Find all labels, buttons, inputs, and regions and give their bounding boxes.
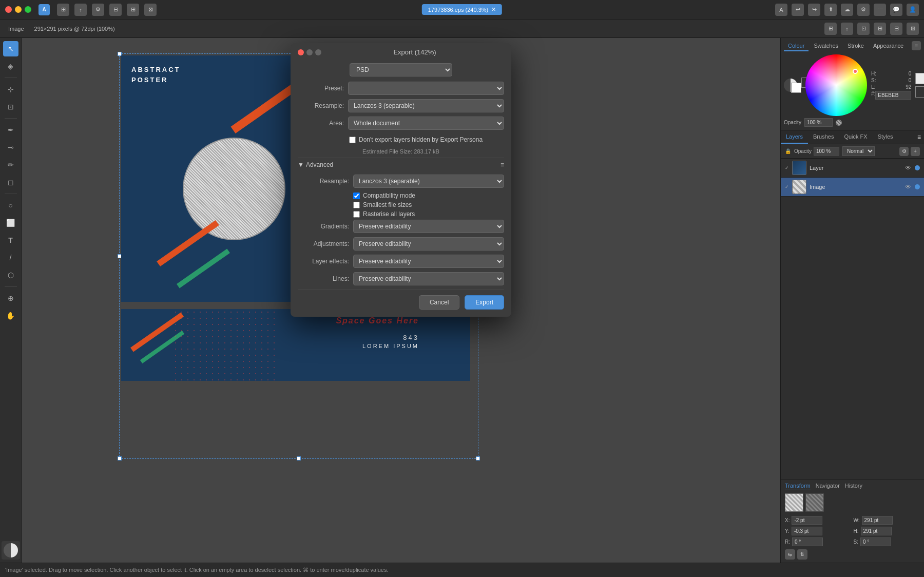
dialog-min[interactable]	[306, 49, 313, 55]
erase-tool[interactable]: ◻	[3, 175, 18, 190]
hash-row: #:	[871, 91, 911, 100]
redo-icon[interactable]: ↪	[808, 4, 820, 16]
layer-visibility-1[interactable]: 👁	[904, 164, 912, 171]
y-input[interactable]	[792, 527, 822, 535]
hex-input[interactable]	[875, 91, 911, 100]
handle-bl[interactable]	[118, 456, 122, 460]
persona-icon[interactable]: 👤	[907, 4, 919, 16]
minimize-button[interactable]	[15, 6, 22, 13]
no-color-swatch[interactable]	[836, 120, 842, 126]
arrange-icon[interactable]: ⊠	[144, 4, 157, 16]
advanced-header[interactable]: ▼ Advanced ≡	[298, 158, 504, 171]
toolbar-icon-2[interactable]: ↑	[841, 23, 853, 35]
opacity-input[interactable]	[804, 118, 833, 127]
cancel-button[interactable]: Cancel	[419, 295, 459, 310]
adv-resample-select[interactable]: Lanczos 3 (separable)	[353, 175, 504, 188]
shape-tool[interactable]: ○	[3, 198, 18, 213]
close-button[interactable]	[5, 6, 12, 13]
layers-menu-icon[interactable]: ≡	[914, 131, 924, 143]
layers-tab[interactable]: Layers	[781, 130, 808, 144]
layer-item-1[interactable]: ✓ Layer 👁	[781, 159, 924, 178]
r-input[interactable]	[792, 537, 823, 546]
swatches-tab[interactable]: Swatches	[810, 41, 842, 51]
layer-effects-select[interactable]: Preserve editability	[353, 255, 504, 268]
handle-br[interactable]	[476, 456, 480, 460]
quick-fx-tab[interactable]: Quick FX	[839, 130, 872, 144]
share-icon[interactable]: ⬆	[824, 4, 837, 16]
node-edit-tool[interactable]: ⊸	[3, 140, 18, 155]
compat-checkbox[interactable]	[353, 193, 360, 199]
stroke-tab[interactable]: Stroke	[843, 41, 868, 51]
s-input[interactable]	[860, 537, 891, 546]
export-icon[interactable]: ↑	[74, 4, 87, 16]
gradients-select[interactable]: Preserve editability	[353, 220, 504, 233]
pencil-tool[interactable]: /	[3, 250, 18, 265]
select-tool[interactable]: ↖	[3, 41, 18, 56]
styles-tab[interactable]: Styles	[873, 130, 898, 144]
color-wheel[interactable]	[805, 54, 867, 116]
preset-select[interactable]	[348, 82, 504, 95]
close-tab-icon[interactable]: ✕	[491, 6, 496, 13]
pen-tool[interactable]: ✒	[3, 122, 18, 138]
color-picker-bottom[interactable]	[2, 541, 20, 560]
zoom-tool[interactable]: ⊕	[3, 291, 18, 306]
node-tool[interactable]: ◈	[3, 59, 18, 74]
panel-options-icon[interactable]: ≡	[912, 41, 921, 50]
file-tab[interactable]: 17973836.eps (240.3%) ✕	[422, 4, 502, 15]
chat-icon[interactable]: 💬	[890, 4, 902, 16]
bg-swatch[interactable]	[791, 83, 801, 93]
colour-tab[interactable]: Colour	[784, 41, 808, 51]
toolbar-icon-5[interactable]: ⊟	[890, 23, 902, 35]
adjustments-select[interactable]: Preserve editability	[353, 237, 504, 251]
appearance-tab[interactable]: Appearance	[869, 41, 908, 51]
transform-tab[interactable]: Transform	[785, 483, 811, 490]
grid-icon[interactable]: ⊞	[57, 4, 69, 16]
undo-icon[interactable]: ↩	[792, 4, 804, 16]
settings-icon[interactable]: ⚙	[92, 4, 104, 16]
h-input[interactable]	[861, 527, 892, 535]
text-tool[interactable]: T	[3, 233, 18, 248]
layer-item-2[interactable]: ✓ Image 👁	[781, 178, 924, 197]
view-icon[interactable]: ⊟	[109, 4, 122, 16]
w-input[interactable]	[862, 516, 893, 525]
navigator-tab[interactable]: Navigator	[816, 483, 840, 490]
layers-settings-icon[interactable]: ⚙	[899, 147, 909, 156]
area-select[interactable]: Whole document	[348, 117, 504, 130]
layers-opacity-input[interactable]	[814, 147, 839, 156]
tools-icon2[interactable]: ⚙	[857, 4, 870, 16]
lines-select[interactable]: Preserve editability	[353, 272, 504, 285]
dialog-close[interactable]	[298, 49, 304, 55]
toolbar-icon-4[interactable]: ⊞	[874, 23, 886, 35]
x-input[interactable]	[792, 516, 822, 525]
snap-icon[interactable]: ⊞	[127, 4, 139, 16]
format-select[interactable]: PSD	[350, 63, 452, 76]
cloud-icon[interactable]: ☁	[841, 4, 853, 16]
dont-export-checkbox[interactable]	[349, 137, 356, 143]
transform-tool[interactable]: ⊹	[3, 82, 18, 97]
history-tab[interactable]: History	[845, 483, 862, 490]
flip-v-icon[interactable]: ⇅	[797, 549, 807, 560]
hand-tool[interactable]: ✋	[3, 308, 18, 323]
blend-mode-select[interactable]: Normal	[842, 146, 875, 156]
layers-add-icon[interactable]: +	[911, 147, 920, 156]
export-button[interactable]: Export	[465, 295, 504, 310]
resample-select[interactable]: Lanczos 3 (separable)	[348, 99, 504, 112]
smallest-checkbox[interactable]	[353, 202, 360, 208]
brush-tool[interactable]: ✏	[3, 157, 18, 172]
brushes-tab[interactable]: Brushes	[808, 130, 839, 144]
toolbar-icon-6[interactable]: ⊠	[907, 23, 919, 35]
rasterise-checkbox[interactable]	[353, 211, 360, 218]
handle-bm[interactable]	[297, 456, 301, 460]
toolbar-icon-3[interactable]: ⊡	[857, 23, 870, 35]
rect-tool[interactable]: ⬜	[3, 215, 18, 230]
flip-h-icon[interactable]: ⇆	[785, 549, 795, 560]
maximize-button[interactable]	[25, 6, 31, 13]
more-icon[interactable]: ⋯	[874, 4, 886, 16]
fill-tool[interactable]: ⬡	[3, 267, 18, 283]
crop-tool[interactable]: ⊡	[3, 99, 18, 114]
affinity-icon[interactable]: A	[775, 4, 787, 16]
dialog-max[interactable]	[315, 49, 321, 55]
layer-visibility-2[interactable]: 👁	[904, 183, 912, 190]
advanced-menu-icon[interactable]: ≡	[500, 161, 504, 168]
toolbar-icon-1[interactable]: ⊞	[824, 23, 837, 35]
